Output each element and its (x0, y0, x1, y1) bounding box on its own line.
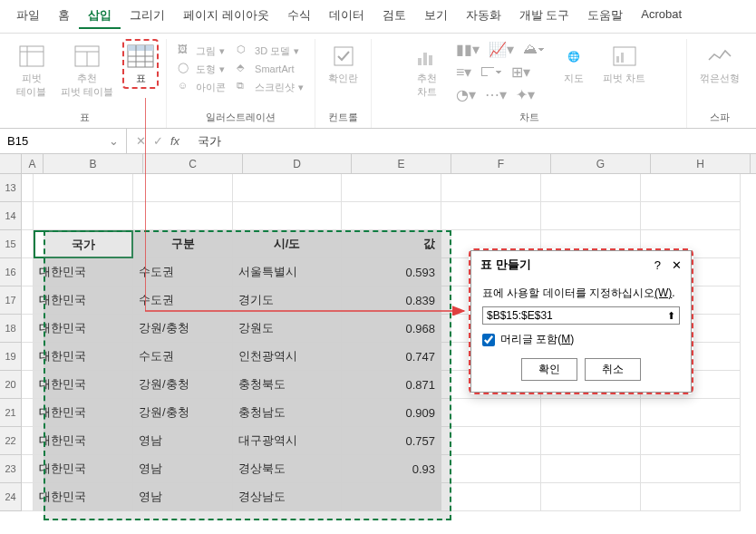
cell[interactable]: 국가 (34, 230, 133, 258)
row-header[interactable]: 22 (0, 427, 22, 455)
cell[interactable] (133, 174, 233, 202)
area-chart-icon[interactable]: ⛰▾ (523, 41, 545, 58)
cell[interactable] (641, 483, 741, 511)
cell[interactable]: 강원도 (233, 315, 342, 343)
icons-button[interactable]: ☺아이콘 (174, 79, 229, 95)
cell[interactable] (22, 286, 34, 315)
cell[interactable] (541, 427, 641, 455)
menu-그리기[interactable]: 그리기 (121, 4, 174, 29)
cell[interactable]: 대한민국 (34, 483, 133, 511)
menu-개발 도구[interactable]: 개발 도구 (510, 4, 579, 29)
cell[interactable] (22, 455, 34, 483)
cell[interactable]: 강원/충청 (133, 371, 233, 399)
cell[interactable]: 시/도 (233, 230, 342, 258)
col-header-G[interactable]: G (551, 154, 651, 173)
checkbox-control-button[interactable]: 확인란 (323, 39, 363, 89)
pivot-table-button[interactable]: 피벗 테이블 (11, 39, 52, 102)
ok-button[interactable]: 확인 (521, 358, 577, 381)
cell[interactable]: 대한민국 (34, 258, 133, 286)
row-header[interactable]: 16 (0, 258, 22, 286)
help-icon[interactable]: ? (654, 258, 661, 272)
cell[interactable] (641, 399, 741, 427)
cell[interactable]: 인천광역시 (233, 343, 342, 371)
col-header-F[interactable]: F (451, 154, 551, 173)
cell[interactable] (22, 371, 34, 399)
cell[interactable] (541, 174, 641, 202)
cell[interactable] (22, 315, 34, 343)
cell[interactable] (441, 455, 541, 483)
cell[interactable]: 서울특별시 (233, 258, 342, 286)
menu-수식[interactable]: 수식 (278, 4, 320, 29)
cell[interactable] (441, 399, 541, 427)
smartart-button[interactable]: ⬘SmartArt (233, 61, 307, 77)
cell[interactable]: 대구광역시 (233, 427, 342, 455)
cell[interactable] (641, 202, 741, 230)
3d-models-button[interactable]: ⬡3D 모델 ▾ (233, 43, 307, 59)
cell[interactable] (22, 343, 34, 371)
cell[interactable]: 충청북도 (233, 371, 342, 399)
cell[interactable]: 0.839 (342, 286, 441, 315)
cell[interactable]: 경기도 (233, 286, 342, 315)
line-sparkline-button[interactable]: 꺾은선형 (694, 39, 745, 89)
cell[interactable]: 경상남도 (233, 483, 342, 511)
cell[interactable] (441, 202, 541, 230)
cell[interactable] (22, 202, 34, 230)
col-header-B[interactable]: B (44, 154, 143, 173)
cell[interactable] (541, 483, 641, 511)
bar-chart-icon[interactable]: ≡▾ (456, 63, 471, 81)
row-header[interactable]: 15 (0, 230, 22, 258)
has-headers-checkbox[interactable] (482, 334, 495, 346)
cell[interactable]: 대한민국 (34, 455, 133, 483)
cell[interactable]: 경상북도 (233, 455, 342, 483)
cell[interactable] (22, 427, 34, 455)
pictures-button[interactable]: 🖼그림 ▾ (174, 43, 229, 59)
cell[interactable] (22, 483, 34, 511)
menu-파일[interactable]: 파일 (7, 4, 49, 29)
range-input[interactable] (487, 309, 667, 322)
cell[interactable]: 구분 (133, 230, 233, 258)
cell[interactable] (22, 174, 34, 202)
line-chart-icon[interactable]: 📈▾ (489, 41, 514, 58)
cell[interactable] (233, 202, 342, 230)
cell[interactable]: 영남 (133, 427, 233, 455)
table-button[interactable]: 표 (122, 39, 159, 89)
row-header[interactable]: 21 (0, 399, 22, 427)
cell[interactable] (342, 483, 441, 511)
cell[interactable]: 대한민국 (34, 427, 133, 455)
cell[interactable]: 값 (342, 230, 441, 258)
cell[interactable] (22, 399, 34, 427)
col-header-E[interactable]: E (352, 154, 451, 173)
cell[interactable] (641, 427, 741, 455)
shapes-button[interactable]: ◯도형 ▾ (174, 61, 229, 77)
screenshot-button[interactable]: ⧉스크린샷 ▾ (233, 79, 307, 95)
cell[interactable]: 0.909 (342, 399, 441, 427)
row-header[interactable]: 18 (0, 315, 22, 343)
col-header-A[interactable]: A (22, 154, 44, 173)
cell[interactable]: 대한민국 (34, 399, 133, 427)
cell[interactable]: 강원/충청 (133, 315, 233, 343)
cell[interactable]: 대한민국 (34, 343, 133, 371)
chevron-down-icon[interactable]: ⌄ (109, 134, 119, 148)
cell[interactable] (441, 483, 541, 511)
menu-검토[interactable]: 검토 (373, 4, 415, 29)
menu-홈[interactable]: 홈 (49, 4, 79, 29)
recommended-pivot-button[interactable]: 추천 피벗 테이블 (55, 39, 119, 102)
cell[interactable] (441, 427, 541, 455)
cell[interactable]: 수도권 (133, 258, 233, 286)
recommended-charts-button[interactable]: 추천 차트 (407, 39, 447, 102)
menu-삽입[interactable]: 삽입 (79, 4, 121, 29)
column-chart-icon[interactable]: ▮▮▾ (456, 41, 480, 58)
cell[interactable]: 수도권 (133, 286, 233, 315)
formula-value[interactable]: 국가 (189, 133, 230, 150)
cell[interactable]: 0.93 (342, 455, 441, 483)
cell[interactable]: 대한민국 (34, 371, 133, 399)
combo-chart-icon[interactable]: ⊞▾ (511, 63, 530, 81)
cell[interactable] (233, 174, 342, 202)
cell[interactable] (641, 455, 741, 483)
cell[interactable] (342, 202, 441, 230)
fx-icon[interactable]: fx (170, 134, 179, 148)
row-header[interactable]: 23 (0, 455, 22, 483)
menu-도움말[interactable]: 도움말 (578, 4, 632, 29)
scatter-chart-icon[interactable]: ⋯▾ (485, 86, 507, 103)
cell[interactable] (34, 174, 133, 202)
